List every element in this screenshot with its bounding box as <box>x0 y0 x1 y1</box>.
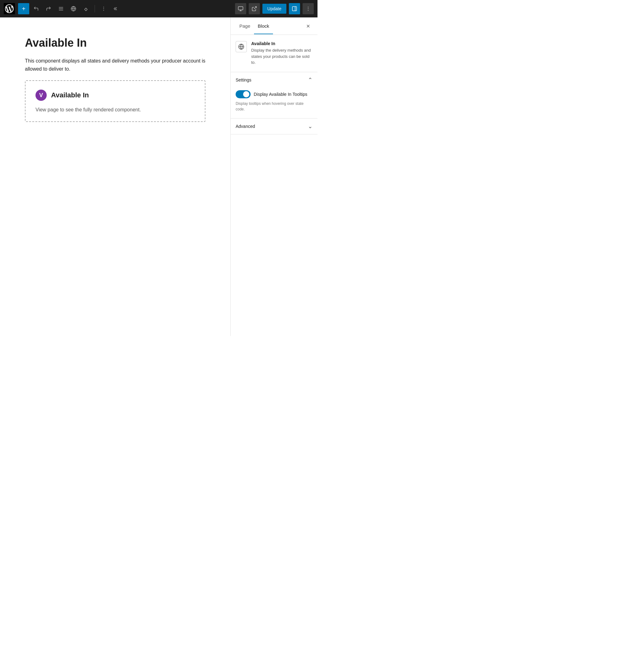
desktop-preview-button[interactable] <box>235 3 246 14</box>
page-description: This component displays all states and d… <box>25 57 205 73</box>
sidebar-block-name: Available In <box>251 41 312 46</box>
svg-point-14 <box>308 7 308 7</box>
sidebar-block-icon <box>236 41 247 52</box>
advanced-section: Advanced ⌄ <box>231 118 318 134</box>
settings-section-header[interactable]: Settings ⌃ <box>231 72 318 88</box>
toggle-slider <box>236 90 250 98</box>
external-link-icon <box>251 6 257 12</box>
settings-collapse-icon: ⌃ <box>308 76 312 83</box>
tooltip-setting-hint: Display tooltips when hovering over stat… <box>236 101 312 112</box>
toolbar-right: Update <box>235 3 314 14</box>
sidebar-tabs: Page Block <box>231 17 318 35</box>
block-preview[interactable]: V Available In View page to see the full… <box>25 80 205 122</box>
redo-icon <box>46 6 51 12</box>
sidebar-block-desc: Display the delivery methods and states … <box>251 47 312 66</box>
close-icon <box>306 24 311 29</box>
main-layout: Available In This component displays all… <box>0 17 318 336</box>
tab-block[interactable]: Block <box>254 18 273 34</box>
settings-section-label: Settings <box>236 77 251 83</box>
tooltip-toggle[interactable] <box>236 90 250 98</box>
redo-button[interactable] <box>43 3 54 14</box>
collapse-icon <box>113 6 119 12</box>
undo-icon <box>33 6 39 12</box>
globe-icon <box>71 6 76 12</box>
close-sidebar-button[interactable] <box>304 22 312 30</box>
svg-point-5 <box>103 7 104 7</box>
desktop-icon <box>238 6 243 12</box>
tooltip-setting-row: Display Available In Tooltips <box>236 90 312 98</box>
tooltip-setting-label: Display Available In Tooltips <box>254 92 307 97</box>
wp-logo <box>4 3 15 14</box>
svg-point-6 <box>103 8 104 9</box>
svg-line-11 <box>254 6 256 9</box>
toolbar: + <box>0 0 318 17</box>
settings-section: Settings ⌃ Display Available In Tooltips… <box>231 72 318 118</box>
sidebar-icon <box>292 6 297 12</box>
update-button[interactable]: Update <box>262 4 286 14</box>
wp-logo-icon <box>5 4 14 13</box>
add-block-button[interactable]: + <box>18 3 29 14</box>
block-preview-title: Available In <box>51 91 89 99</box>
sidebar: Page Block Available In Display the deli… <box>231 17 318 336</box>
advanced-collapse-icon: ⌄ <box>308 123 312 130</box>
svg-rect-12 <box>292 6 297 11</box>
list-view-button[interactable] <box>56 3 67 14</box>
svg-point-7 <box>103 10 104 10</box>
move-up-down-button[interactable] <box>80 3 91 14</box>
block-preview-header: V Available In <box>36 90 195 101</box>
page-title: Available In <box>25 36 205 49</box>
svg-point-15 <box>308 8 308 9</box>
more-menu-button[interactable] <box>303 3 314 14</box>
collapse-sidebar-button[interactable] <box>110 3 122 14</box>
svg-point-16 <box>308 10 308 10</box>
block-preview-text: View page to see the fully rendered comp… <box>36 107 195 113</box>
globe-block-icon <box>238 44 244 50</box>
more-menu-icon <box>305 6 311 12</box>
sidebar-block-text: Available In Display the delivery method… <box>251 41 312 66</box>
advanced-section-label: Advanced <box>236 124 255 129</box>
sidebar-block-info: Available In Display the delivery method… <box>231 35 318 72</box>
globe-button[interactable] <box>68 3 79 14</box>
settings-section-body: Display Available In Tooltips Display to… <box>231 88 318 118</box>
svg-rect-8 <box>238 6 243 10</box>
tab-page[interactable]: Page <box>236 18 254 34</box>
editor-area: Available In This component displays all… <box>0 17 231 336</box>
block-icon: V <box>36 90 47 101</box>
undo-button[interactable] <box>30 3 42 14</box>
more-options-button[interactable] <box>98 3 109 14</box>
more-options-icon <box>101 6 107 12</box>
list-view-icon <box>58 6 64 12</box>
external-link-button[interactable] <box>249 3 260 14</box>
advanced-section-header[interactable]: Advanced ⌄ <box>231 118 318 134</box>
settings-sidebar-button[interactable] <box>289 3 300 14</box>
move-up-down-icon <box>83 6 89 12</box>
